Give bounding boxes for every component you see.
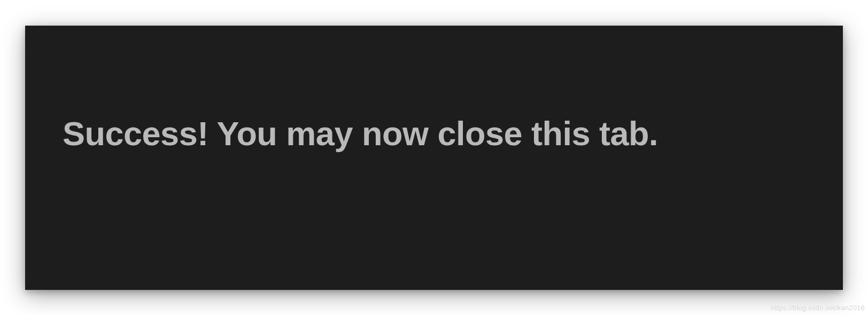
success-message: Success! You may now close this tab. bbox=[63, 114, 805, 154]
watermark-text: https://blog.csdn.net/kan2016 bbox=[771, 304, 865, 312]
success-panel: Success! You may now close this tab. bbox=[25, 26, 843, 290]
